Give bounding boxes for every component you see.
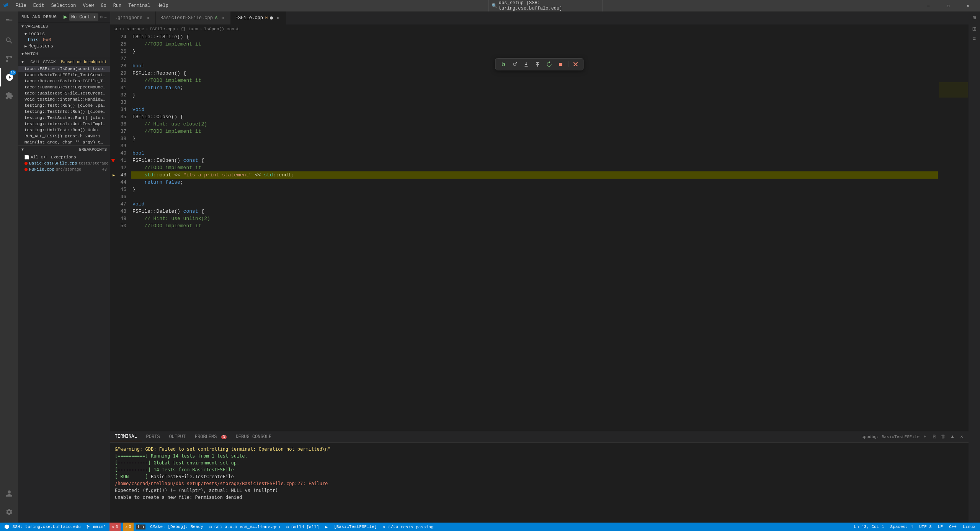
- dtb-step-out[interactable]: [532, 59, 543, 69]
- dtb-step-over[interactable]: [510, 59, 520, 69]
- menu-file[interactable]: File: [12, 2, 29, 9]
- breakpoint-fsfile[interactable]: FSFile.cpp src/storage 43: [18, 166, 110, 173]
- activity-source-control[interactable]: [0, 50, 18, 68]
- menu-view[interactable]: View: [80, 2, 97, 9]
- status-build[interactable]: ⚙ Build [all]: [285, 524, 321, 529]
- stack-item-2[interactable]: taco::Rctaco::BasicTestFSFile_Test…: [18, 78, 110, 84]
- panel-tab-debug-console[interactable]: DEBUG CONSOLE: [231, 433, 276, 441]
- status-lang[interactable]: C++: [947, 524, 958, 529]
- dtb-step-into[interactable]: [521, 59, 532, 69]
- status-ssh[interactable]: SSH: turing.cse.buffalo.edu: [3, 524, 82, 529]
- tab-gitignore[interactable]: .gitignore ✕: [110, 11, 156, 24]
- panel-tab-problems[interactable]: PROBLEMS 3: [190, 433, 231, 441]
- panel-maximize[interactable]: ▲: [949, 433, 956, 441]
- gear-icon[interactable]: ⚙: [100, 14, 103, 20]
- bc-storage[interactable]: storage: [126, 27, 144, 31]
- menu-edit[interactable]: Edit: [30, 2, 47, 9]
- panel-tab-output[interactable]: OUTPUT: [165, 433, 190, 441]
- status-os[interactable]: Linux: [961, 524, 977, 529]
- status-gcc[interactable]: ⚙ GCC 9.4.0 x86_64-linux-gnu: [208, 524, 282, 529]
- tab-fsfile[interactable]: FSFile.cpp M ✕: [231, 11, 286, 24]
- stack-item-1[interactable]: taco::BasicTestFSFile_TestCreateFi…: [18, 72, 110, 78]
- panel-tab-terminal[interactable]: TERMINAL: [110, 432, 142, 441]
- breakpoints-header[interactable]: ▼ BREAKPOINTS: [18, 146, 110, 153]
- activity-explorer[interactable]: [0, 13, 18, 31]
- status-warnings[interactable]: ⚠ 0: [123, 523, 134, 531]
- panel-tab-ports[interactable]: PORTS: [142, 433, 165, 441]
- panel-split[interactable]: ⎘: [930, 433, 938, 441]
- registers-group[interactable]: ▶ Registers: [18, 43, 110, 49]
- right-icon-3[interactable]: ≡: [969, 34, 980, 44]
- bc-src[interactable]: src: [113, 27, 121, 31]
- config-label: No Conf ▾: [71, 14, 96, 20]
- menu-run[interactable]: Run: [110, 2, 125, 9]
- stack-item-0[interactable]: taco::FSFile::IsOpen(const taco::F…: [18, 66, 110, 72]
- stack-item-9[interactable]: testing::internal::UnitTestImpl::R…: [18, 121, 110, 127]
- dtb-continue[interactable]: [498, 59, 509, 69]
- stack-item-4[interactable]: taco::BasicTestFSFile_TestCreateFi…: [18, 90, 110, 96]
- menu-go[interactable]: Go: [98, 2, 109, 9]
- line-numbers: 2425262728293031323334353637383940▼4142▶…: [110, 33, 129, 431]
- menu-help[interactable]: Help: [154, 2, 172, 9]
- panel-new-terminal[interactable]: +: [921, 433, 929, 441]
- status-spaces[interactable]: Spaces: 4: [889, 524, 915, 529]
- line-number-32: 32: [110, 91, 126, 99]
- locals-group[interactable]: ▼ Locals: [18, 31, 110, 37]
- tab-gitignore-close[interactable]: ✕: [145, 15, 151, 21]
- terminal-content[interactable]: &"warning: GDB: Failed to set controllin…: [110, 443, 969, 523]
- stack-item-6[interactable]: testing::Test::Run() [clone .part.…: [18, 103, 110, 109]
- stack-item-3[interactable]: taco::TDBNonDBTest::ExpectNoUncaug…: [18, 84, 110, 90]
- activity-extensions[interactable]: [0, 86, 18, 105]
- status-errors[interactable]: ✕ 0: [109, 523, 120, 531]
- bp-all-cpp-checkbox[interactable]: [24, 155, 29, 160]
- breakpoint-basictest[interactable]: BasicTestFSFile.cpp tests/storage 25: [18, 160, 110, 166]
- status-cursor[interactable]: Ln 43, Col 1: [852, 524, 885, 529]
- stack-item-5[interactable]: void testing::internal::HandleExce…: [18, 96, 110, 103]
- stack-item-8[interactable]: testing::TestSuite::Run() [clone .…: [18, 115, 110, 121]
- search-bar[interactable]: 🔍 dbs_setup [SSH: turing.cse.buffalo.edu…: [488, 0, 603, 12]
- stack-item-10[interactable]: testing::UnitTest::Run() Unkn…: [18, 127, 110, 133]
- stack-item-11[interactable]: RUN_ALL_TESTS() gtest.h 2490:1: [18, 133, 110, 139]
- close-button[interactable]: ✕: [959, 0, 977, 11]
- status-cmake[interactable]: CMake: [Debug]: Ready: [149, 524, 205, 529]
- status-tests[interactable]: ✕ 3/29 tests passing: [381, 524, 435, 529]
- code-content[interactable]: FSFile::~FSFile() { //TODO implement it}…: [129, 33, 938, 431]
- bc-taco[interactable]: {} taco: [181, 27, 198, 31]
- tab-basictestfsfile[interactable]: BasicTestFSFile.cpp A ✕: [156, 11, 231, 24]
- panel-close[interactable]: ✕: [958, 433, 965, 441]
- stack-item-12[interactable]: main(int argc, char ** argv) t…: [18, 139, 110, 145]
- activity-run-debug[interactable]: 10: [0, 68, 18, 86]
- variables-section-header[interactable]: ▼ VARIABLES: [18, 23, 110, 30]
- play-button[interactable]: ▶: [64, 13, 67, 21]
- right-icon-1[interactable]: ⊞: [969, 13, 980, 22]
- menu-selection[interactable]: Selection: [48, 2, 79, 9]
- maximize-button[interactable]: ❐: [939, 0, 957, 11]
- status-branch[interactable]: main*: [85, 524, 108, 529]
- status-kit[interactable]: [BasicTestFSFile]: [332, 524, 378, 529]
- dtb-stop[interactable]: [555, 59, 566, 69]
- activity-account[interactable]: [0, 484, 18, 503]
- activity-settings[interactable]: [0, 503, 18, 521]
- breakpoint-all-cpp[interactable]: All C++ Exceptions: [18, 154, 110, 160]
- menu-terminal[interactable]: Terminal: [125, 2, 154, 9]
- more-icon[interactable]: …: [104, 14, 107, 20]
- tab-basictestfsfile-close[interactable]: ✕: [220, 15, 226, 21]
- dtb-disconnect[interactable]: [570, 59, 581, 69]
- status-eol[interactable]: LF: [936, 524, 944, 529]
- stack-item-7[interactable]: testing::TestInfo::Run() [clone .p…: [18, 109, 110, 115]
- bc-isopen[interactable]: IsOpen() const: [204, 27, 239, 31]
- right-icon-2[interactable]: ◫: [969, 24, 980, 33]
- status-info[interactable]: ℹ 3: [136, 524, 145, 529]
- status-encoding[interactable]: UTF-8: [918, 524, 933, 529]
- tab-fsfile-close[interactable]: ✕: [275, 15, 281, 21]
- arrow-indicator-41: ▼: [111, 157, 115, 164]
- debug-config-dropdown[interactable]: No Conf ▾: [69, 13, 98, 21]
- panel-trash[interactable]: 🗑: [939, 433, 947, 441]
- status-run-btn[interactable]: ▶: [324, 524, 330, 529]
- call-stack-header[interactable]: ▼ CALL STACK Paused on breakpoint: [18, 58, 110, 66]
- activity-search[interactable]: [0, 31, 18, 50]
- minimize-button[interactable]: —: [920, 0, 937, 11]
- bc-fsfile[interactable]: FSFile.cpp: [150, 27, 175, 31]
- dtb-restart[interactable]: [544, 59, 555, 69]
- watch-section-header[interactable]: ▼ WATCH: [18, 50, 110, 58]
